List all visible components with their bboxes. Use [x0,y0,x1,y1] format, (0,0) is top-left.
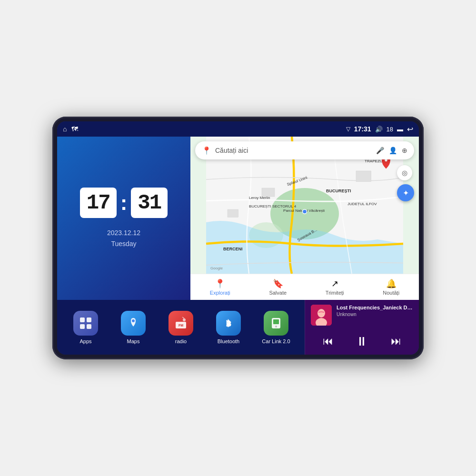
volume-level: 18 [387,126,393,133]
compass-btn[interactable]: ✦ [397,184,414,201]
noutati-label: Noutăți [383,290,399,296]
day-value: Tuesday [107,238,140,249]
bottom-section: Apps Maps [57,300,419,355]
map-controls: ◎ ✦ [397,165,414,201]
mic-icon[interactable]: 🎤 [376,147,384,154]
status-bar: ⌂ 🗺 ▽ 17:31 🔊 18 ▬ ↩ [57,121,419,137]
map-bottom-nav: 📍 Explorați 🔖 Salvate ↗ Trimiteți 🔔 [190,274,419,300]
radio-label: radio [175,338,187,344]
maps-icon [121,311,146,336]
map-search-bar[interactable]: 📍 Căutați aici 🎤 👤 ⊕ [195,141,414,159]
bluetooth-icon: ʙ [216,311,241,336]
music-artist: Unknown [337,312,413,317]
music-thumbnail [311,305,332,326]
app-apps[interactable]: Apps [71,311,100,344]
map-panel[interactable]: 📍 Căutați aici 🎤 👤 ⊕ [190,137,419,300]
screen: ⌂ 🗺 ▽ 17:31 🔊 18 ▬ ↩ 17 : 31 [57,121,419,355]
carlink-label: Car Link 2.0 [262,338,290,344]
car-screen-device: ⌂ 🗺 ▽ 17:31 🔊 18 ▬ ↩ 17 : 31 [52,117,424,359]
svg-text:Leroy Merlin: Leroy Merlin [249,196,270,200]
svg-text:JUDEȚUL ILFOV: JUDEȚUL ILFOV [347,202,377,206]
nav-trimiteti[interactable]: ↗ Trimiteți [320,277,350,298]
status-bar-right: ▽ 17:31 🔊 18 ▬ ↩ [346,125,413,134]
home-icon[interactable]: ⌂ [63,125,67,133]
svg-text:FM: FM [178,324,183,327]
map-pin-icon: 📍 [202,146,211,155]
clock-display: 17 : 31 [80,188,168,218]
svg-rect-5 [356,171,371,182]
svg-point-30 [275,326,277,327]
svg-rect-19 [87,317,91,322]
next-button[interactable]: ⏭ [387,333,405,350]
salvate-label: Salvate [269,290,287,296]
music-title: Lost Frequencies_Janieck Devy-... [337,305,413,310]
svg-rect-4 [228,209,238,217]
svg-point-16 [303,209,307,214]
map-search-icons: 🎤 👤 ⊕ [376,147,407,154]
location-btn[interactable]: ◎ [397,165,412,180]
svg-point-22 [132,319,135,322]
clock-panel: 17 : 31 2023.12.12 Tuesday [57,137,190,300]
nav-noutati[interactable]: 🔔 Noutăți [377,277,405,298]
music-info: Lost Frequencies_Janieck Devy-... Unknow… [311,305,413,326]
bluetooth-label: Bluetooth [218,338,239,344]
apps-label: Apps [79,338,91,344]
music-panel: Lost Frequencies_Janieck Devy-... Unknow… [305,300,419,355]
time-display: 17:31 [354,125,371,133]
date-value: 2023.12.12 [107,228,140,238]
account-icon[interactable]: 👤 [389,147,397,154]
trimiteti-icon: ↗ [331,278,338,289]
play-pause-button[interactable]: ⏸ [353,333,370,350]
svg-rect-21 [87,324,91,329]
battery-icon: ▬ [397,126,403,133]
nav-salvate[interactable]: 🔖 Salvate [263,277,292,298]
noutati-icon: 🔔 [386,278,397,289]
status-bar-left: ⌂ 🗺 [63,125,78,133]
prev-button[interactable]: ⏮ [319,333,337,350]
svg-line-26 [182,317,184,318]
top-section: 17 : 31 2023.12.12 Tuesday 📍 Căutați aic… [57,137,419,300]
map-search-text[interactable]: Căutați aici [215,147,372,154]
maps-status-icon[interactable]: 🗺 [71,125,78,133]
app-carlink[interactable]: Car Link 2.0 [262,311,290,344]
app-radio[interactable]: FM radio [167,311,195,344]
svg-text:BUCUREȘTI: BUCUREȘTI [326,188,351,193]
svg-rect-18 [80,317,85,322]
svg-text:Google: Google [210,266,223,270]
apps-icon [73,311,98,336]
svg-rect-20 [80,324,85,329]
svg-text:BERCENI: BERCENI [223,247,243,251]
volume-icon: 🔊 [375,126,383,133]
app-bluetooth[interactable]: ʙ Bluetooth [214,311,243,344]
svg-point-25 [183,318,186,321]
explorati-label: Explorați [210,290,230,296]
trimiteti-label: Trimiteți [326,290,344,296]
main-content: 17 : 31 2023.12.12 Tuesday 📍 Căutați aic… [57,137,419,355]
date-display: 2023.12.12 Tuesday [107,228,140,249]
clock-minute: 31 [131,188,168,218]
explorati-icon: 📍 [215,278,225,289]
app-maps[interactable]: Maps [119,311,148,344]
layers-icon[interactable]: ⊕ [402,147,407,154]
signal-icon: ▽ [346,126,350,132]
nav-explorati[interactable]: 📍 Explorați [204,277,236,298]
clock-hour: 17 [80,188,117,218]
maps-label: Maps [127,338,140,344]
svg-text:BUCUREȘTI SECTORUL 4: BUCUREȘTI SECTORUL 4 [249,204,297,208]
music-controls: ⏮ ⏸ ⏭ [311,331,413,350]
radio-icon: FM [169,311,193,336]
music-text: Lost Frequencies_Janieck Devy-... Unknow… [337,305,413,317]
svg-rect-29 [273,319,279,324]
back-icon[interactable]: ↩ [407,125,413,134]
apps-panel: Apps Maps [57,300,305,355]
clock-colon: : [120,192,128,213]
carlink-icon [264,311,288,336]
salvate-icon: 🔖 [273,278,283,289]
svg-point-32 [317,309,325,317]
